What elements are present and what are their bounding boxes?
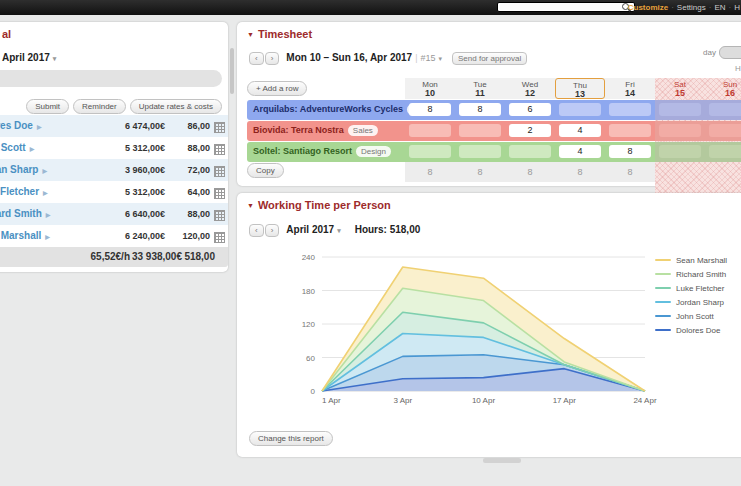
topbar-link-h[interactable]: H: [734, 3, 740, 12]
legend-swatch: [655, 301, 671, 303]
topbar-link-settings[interactable]: Settings: [677, 3, 706, 12]
expand-arrow-icon: ▶: [46, 212, 51, 218]
row-label[interactable]: Soltel: Santiago ResortDesign: [253, 146, 391, 157]
person-hours: 88,00: [187, 137, 210, 159]
hour-cell[interactable]: [409, 145, 451, 158]
topbar-link-en[interactable]: EN: [714, 3, 725, 12]
filter-bar[interactable]: [0, 70, 222, 87]
day-number: 15: [655, 89, 705, 98]
person-name[interactable]: Luke Fletcher▶: [0, 181, 48, 204]
day-header-tue[interactable]: Tue11: [455, 78, 505, 99]
prev-week-button[interactable]: ‹: [249, 52, 264, 65]
left-period-selector[interactable]: April 2017▾: [2, 52, 56, 63]
working-time-section-title[interactable]: ▼Working Time per Person: [247, 199, 391, 211]
day-header-thu[interactable]: Thu13: [555, 78, 605, 99]
hour-cell[interactable]: [559, 103, 601, 116]
legend-label: Sean Marshall: [676, 256, 727, 265]
day-number: 10: [405, 89, 455, 98]
chevron-down-icon: ▾: [337, 227, 341, 234]
change-report-button[interactable]: Change this report: [249, 431, 333, 446]
prev-month-button[interactable]: ‹: [249, 224, 264, 237]
hour-cell[interactable]: [659, 145, 701, 158]
timesheet-grid-icon[interactable]: [214, 232, 225, 243]
person-row[interactable]: Jordan Sharp▶3 960,00€72,00: [0, 159, 228, 181]
person-row[interactable]: Richard Smith▶6 640,00€88,00: [0, 203, 228, 225]
collapse-triangle-icon: ▼: [247, 202, 254, 209]
timesheet-grid-icon[interactable]: [214, 122, 225, 133]
timesheet-grid-icon[interactable]: [214, 188, 225, 199]
link-separator: ·: [709, 3, 712, 12]
person-row[interactable]: Luke Fletcher▶5 312,00€64,00: [0, 181, 228, 203]
expand-arrow-icon: ▶: [43, 190, 48, 196]
person-amount: 6 640,00€: [125, 203, 165, 225]
day-header-sat[interactable]: Sat15: [655, 78, 705, 99]
hour-cell[interactable]: [409, 124, 451, 137]
timesheet-row: Arquilabs: AdventureWorks CyclesAnalysis…: [247, 100, 741, 120]
hour-cell[interactable]: [709, 124, 741, 137]
topbar-links: Customize·Settings·EN·H: [625, 3, 741, 12]
topbar-link-customize[interactable]: Customize: [628, 3, 668, 12]
person-amount: 3 960,00€: [125, 159, 165, 181]
hour-cell[interactable]: 4: [559, 124, 601, 137]
day-toggle[interactable]: day: [703, 48, 716, 57]
hour-cell[interactable]: [459, 145, 501, 158]
hour-cell[interactable]: [459, 124, 501, 137]
people-list: Dolores Doe▶6 474,00€86,00John Scott▶5 3…: [0, 115, 228, 247]
hour-cell[interactable]: 4: [559, 145, 601, 158]
person-amount: 6 474,00€: [125, 115, 165, 137]
day-header-wed[interactable]: Wed12: [505, 78, 555, 99]
person-name[interactable]: Dolores Doe▶: [0, 115, 42, 138]
week-number-dropdown[interactable]: #15▾: [420, 53, 442, 63]
person-name[interactable]: John Scott▶: [0, 137, 34, 160]
hour-cell[interactable]: [609, 103, 651, 116]
hour-cell[interactable]: [609, 124, 651, 137]
hour-cell[interactable]: 8: [609, 145, 651, 158]
timesheet-grid-icon[interactable]: [214, 166, 225, 177]
week-label: Mon 10 – Sun 16, Apr 2017: [286, 52, 412, 63]
submit-button[interactable]: Submit: [26, 99, 69, 114]
day-header-mon[interactable]: Mon10: [405, 78, 455, 99]
next-month-button[interactable]: ›: [265, 224, 280, 237]
person-name[interactable]: Jordan Sharp▶: [0, 159, 47, 182]
hour-cell[interactable]: [709, 103, 741, 116]
timesheet-grid-icon[interactable]: [214, 210, 225, 221]
hour-cell[interactable]: 2: [509, 124, 551, 137]
day-toggle-switch[interactable]: [719, 46, 741, 59]
send-for-approval-button[interactable]: Send for approval: [452, 52, 527, 65]
person-hours: 86,00: [187, 115, 210, 137]
person-name[interactable]: Sean Marshall▶: [0, 225, 50, 248]
hour-cell[interactable]: 8: [459, 103, 501, 116]
update-rates-costs-button[interactable]: Update rates & costs: [130, 99, 222, 114]
day-number: 14: [605, 89, 655, 98]
working-time-panel: ▼Working Time per Person ‹›April 2017▾Ho…: [237, 193, 741, 457]
person-name[interactable]: Richard Smith▶: [0, 203, 50, 226]
day-header-sun[interactable]: Sun16: [705, 78, 741, 99]
next-week-button[interactable]: ›: [265, 52, 280, 65]
day-total: 8: [505, 162, 555, 182]
hour-cell[interactable]: 8: [409, 103, 451, 116]
day-header-fri[interactable]: Fri14: [605, 78, 655, 99]
person-row[interactable]: Dolores Doe▶6 474,00€86,00: [0, 115, 228, 137]
row-label[interactable]: Biovida: Terra NostraSales: [253, 125, 378, 136]
hour-cell[interactable]: 6: [509, 103, 551, 116]
legend-swatch: [655, 315, 671, 317]
day-name: Sun: [705, 80, 741, 89]
timesheet-grid-icon[interactable]: [214, 144, 225, 155]
person-row[interactable]: Sean Marshall▶6 240,00€120,00: [0, 225, 228, 247]
hour-cell[interactable]: [509, 145, 551, 158]
day-number: 16: [705, 89, 741, 98]
month-selector[interactable]: April 2017▾: [286, 224, 340, 235]
person-row[interactable]: John Scott▶5 312,00€88,00: [0, 137, 228, 159]
search-input[interactable]: [497, 2, 635, 12]
chevron-down-icon: ▾: [439, 55, 443, 62]
vertical-scrollbar-thumb[interactable]: [230, 48, 234, 94]
hour-cell[interactable]: [659, 124, 701, 137]
person-hours: 120,00: [182, 225, 210, 247]
hour-cell[interactable]: [709, 145, 741, 158]
copy-button[interactable]: Copy: [247, 163, 284, 178]
timesheet-section-title[interactable]: ▼Timesheet: [247, 28, 312, 40]
reminder-button[interactable]: Reminder: [73, 99, 126, 114]
svg-text:60: 60: [306, 354, 315, 363]
hour-cell[interactable]: [659, 103, 701, 116]
horizontal-scrollbar-thumb[interactable]: [483, 458, 521, 463]
